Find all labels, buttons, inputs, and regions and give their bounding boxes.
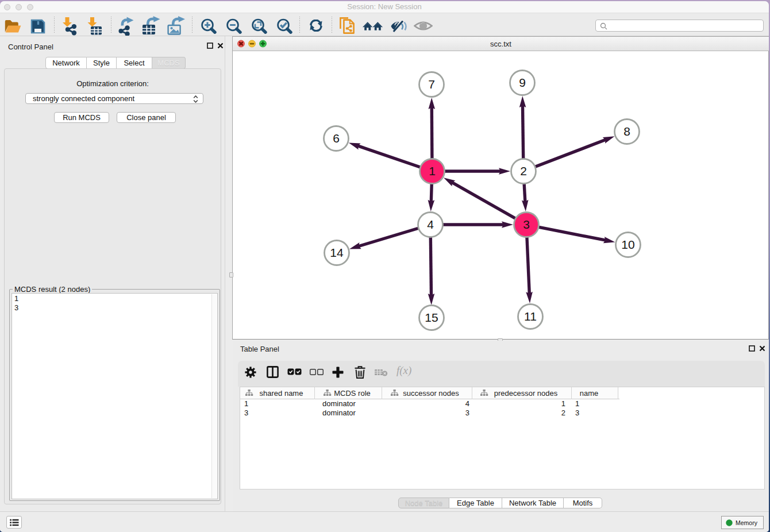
svg-text:7: 7 <box>428 78 435 91</box>
svg-text:6: 6 <box>333 132 340 145</box>
svg-text:15: 15 <box>425 311 438 324</box>
svg-text:14: 14 <box>330 246 344 259</box>
svg-text:11: 11 <box>524 310 537 323</box>
svg-text:3: 3 <box>523 218 530 231</box>
svg-text:8: 8 <box>623 125 630 138</box>
svg-text:4: 4 <box>427 218 434 231</box>
svg-text:1: 1 <box>429 164 436 178</box>
svg-text:9: 9 <box>519 76 526 89</box>
svg-text:10: 10 <box>621 238 634 251</box>
svg-text:2: 2 <box>520 164 527 178</box>
